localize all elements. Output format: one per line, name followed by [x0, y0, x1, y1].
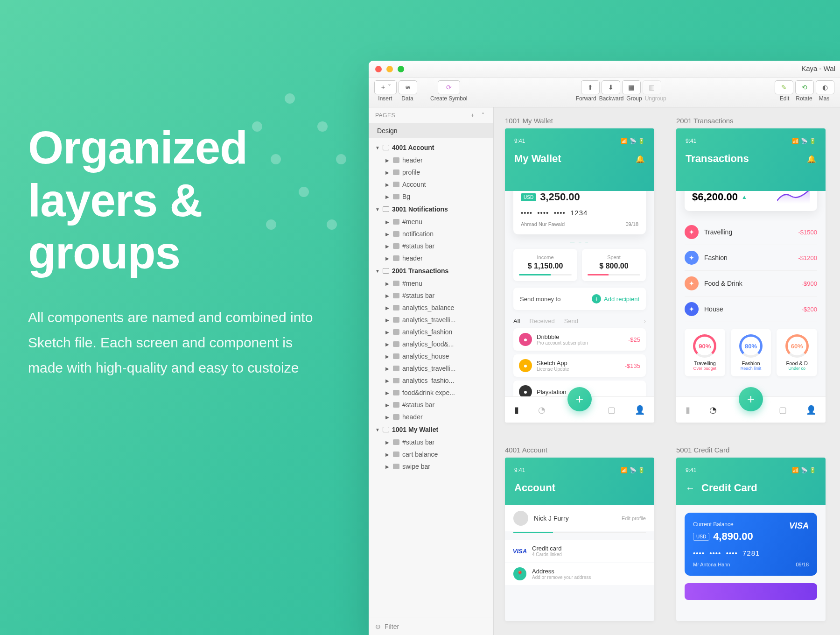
maximize-icon[interactable]	[398, 66, 404, 72]
tab-notif-icon[interactable]: ▢	[608, 405, 616, 415]
tab-all[interactable]: All	[513, 318, 520, 325]
filter-icon: ⊙	[375, 623, 381, 630]
minimize-icon[interactable]	[386, 66, 393, 72]
group-button[interactable]: ▦	[622, 80, 641, 94]
income-stat[interactable]: Income$ 1,150.00	[513, 249, 577, 281]
currency-tag: USD	[521, 193, 536, 201]
collapse-pages-icon[interactable]: ˄	[479, 112, 487, 119]
layer-item[interactable]: ▶food&drink expe...	[369, 387, 493, 399]
layer-item[interactable]: ▶#menu	[369, 216, 493, 228]
edit-profile-link[interactable]: Edit profile	[622, 515, 646, 521]
layer-item[interactable]: ▶cart balance	[369, 448, 493, 460]
category-item[interactable]: ✦Food & Drink-$900	[685, 271, 817, 296]
layer-item[interactable]: ▶#menu	[369, 277, 493, 289]
insert-button[interactable]: ＋ ˅	[374, 80, 397, 94]
add-page-icon[interactable]: +	[469, 112, 476, 119]
fab-add-button[interactable]: +	[567, 387, 592, 411]
back-arrow-icon[interactable]: ←	[686, 483, 695, 494]
layer-group[interactable]: ▼3001 Notifications	[369, 203, 493, 216]
forward-button[interactable]: ⬆	[581, 80, 600, 94]
layer-item[interactable]: ▶profile	[369, 166, 493, 178]
layer-item[interactable]: ▶swipe bar	[369, 460, 493, 473]
close-icon[interactable]	[375, 66, 382, 72]
layer-panel: PAGES + ˄ Design ▼4001 Account▶header▶pr…	[369, 107, 494, 635]
pager-dots: — – –	[505, 239, 654, 244]
artboard-transactions[interactable]: 2001 Transactions 9:41📶 📡 🔋 Transactions…	[676, 117, 829, 423]
sketch-window: Kaya - Wal ＋ ˅ ≋ InsertData ⟳ Create Sym…	[369, 61, 840, 635]
budget-ring[interactable]: 60%Food & DUnder co	[777, 329, 817, 376]
credit-card[interactable]: VISA Current Balance USD4,890.00 •••• ••…	[685, 513, 817, 576]
tab-wallet-icon[interactable]: ▮	[514, 405, 519, 415]
tab-profile-icon[interactable]: 👤	[635, 405, 645, 415]
rotate-button[interactable]: ⟲	[795, 80, 814, 94]
layer-item[interactable]: ▶analytics_food&...	[369, 338, 493, 350]
layer-group[interactable]: ▼4001 Account	[369, 141, 493, 154]
filter-input[interactable]: ⊙ Filter	[369, 618, 493, 635]
layer-item[interactable]: ▶analytics_balance	[369, 302, 493, 314]
layer-item[interactable]: ▶header	[369, 252, 493, 264]
tab-notif-icon[interactable]: ▢	[779, 405, 787, 415]
pages-header: PAGES + ˄	[369, 107, 493, 123]
avatar	[513, 511, 528, 526]
page-item[interactable]: Design	[369, 123, 493, 138]
chevron-right-icon[interactable]: ›	[644, 318, 646, 325]
tab-chart-icon[interactable]: ◔	[709, 405, 717, 415]
layer-item[interactable]: ▶analytics_fashio...	[369, 374, 493, 387]
hero-title: Organized layers & groups	[28, 121, 331, 279]
trend-up-icon: ▲	[742, 194, 747, 200]
status-icons: 📶 📡 🔋	[621, 138, 645, 144]
layer-item[interactable]: ▶#status bar	[369, 436, 493, 448]
layer-item[interactable]: ▶header	[369, 411, 493, 423]
budget-ring[interactable]: 90%TravellingOver budget	[685, 329, 725, 376]
layer-item[interactable]: ▶#status bar	[369, 240, 493, 252]
mask-button[interactable]: ◐	[816, 80, 834, 94]
profile-row[interactable]: Nick J Furry Edit profile	[505, 505, 654, 531]
layer-item[interactable]: ▶Bg	[369, 190, 493, 203]
layer-group[interactable]: ▼2001 Transactions	[369, 264, 493, 277]
layer-item[interactable]: ▶header	[369, 154, 493, 166]
primary-action-button[interactable]	[685, 583, 817, 600]
tab-chart-icon[interactable]: ◔	[538, 405, 546, 415]
send-money-row[interactable]: Send money to +Add recipient	[513, 288, 646, 310]
add-recipient-button[interactable]: +Add recipient	[592, 294, 639, 303]
layer-item[interactable]: ▶analytics_fashion	[369, 326, 493, 338]
artboard-wallet[interactable]: 1001 My Wallet 9:41📶 📡 🔋 My Wallet🔔 Curr…	[505, 117, 658, 423]
transaction-item[interactable]: ●DribbblePro account subscription-$25	[513, 328, 646, 351]
account-info-row[interactable]: VISACredit card4 Cards linked	[505, 540, 654, 562]
category-item[interactable]: ✦Travelling-$1500	[685, 219, 817, 245]
layer-item[interactable]: ▶notification	[369, 228, 493, 240]
layer-item[interactable]: ▶analytics_house	[369, 350, 493, 362]
window-title: Kaya - Wal	[801, 64, 835, 72]
create-symbol-button[interactable]: ⟳	[438, 80, 460, 94]
category-item[interactable]: ✦Fashion-$1200	[685, 245, 817, 271]
tab-received[interactable]: Received	[529, 318, 554, 325]
fab-add-button[interactable]: +	[739, 387, 763, 411]
transaction-item[interactable]: ●Sketch AppLicense Update-$135	[513, 354, 646, 377]
bell-icon[interactable]: 🔔	[807, 155, 816, 163]
canvas[interactable]: 1001 My Wallet 9:41📶 📡 🔋 My Wallet🔔 Curr…	[494, 107, 840, 635]
bell-icon[interactable]: 🔔	[636, 155, 645, 163]
layer-item[interactable]: ▶#status bar	[369, 289, 493, 302]
layer-item[interactable]: ▶analytics_travelli...	[369, 362, 493, 374]
toolbar: ＋ ˅ ≋ InsertData ⟳ Create Symbol ⬆ ⬇ ▦ ▥…	[369, 78, 840, 107]
budget-ring[interactable]: 80%FashionReach limit	[731, 329, 771, 376]
backward-button[interactable]: ⬇	[602, 80, 620, 94]
layer-group[interactable]: ▼1001 My Wallet	[369, 423, 493, 436]
tab-send[interactable]: Send	[564, 318, 578, 325]
artboard-credit-card[interactable]: 5001 Credit Card 9:41📶 📡 🔋 ←Credit Card …	[676, 446, 829, 621]
category-item[interactable]: ✦House-$200	[685, 296, 817, 322]
account-info-row[interactable]: 📍AddressAdd or remove your address	[505, 563, 654, 585]
window-chrome: Kaya - Wal	[369, 61, 840, 78]
ungroup-button[interactable]: ▥	[643, 80, 661, 94]
edit-button[interactable]: ✎	[775, 80, 793, 94]
artboard-account[interactable]: 4001 Account 9:41📶 📡 🔋 Account Nick J Fu…	[505, 446, 658, 621]
tab-wallet-icon[interactable]: ▮	[686, 405, 690, 415]
tab-profile-icon[interactable]: 👤	[806, 405, 816, 415]
layer-item[interactable]: ▶analytics_travelli...	[369, 314, 493, 326]
data-button[interactable]: ≋	[399, 80, 417, 94]
layer-item[interactable]: ▶Account	[369, 178, 493, 190]
hero-desc: All components are named and combined in…	[28, 305, 331, 381]
layer-item[interactable]: ▶#status bar	[369, 399, 493, 411]
spent-stat[interactable]: Spent$ 800.00	[582, 249, 646, 281]
